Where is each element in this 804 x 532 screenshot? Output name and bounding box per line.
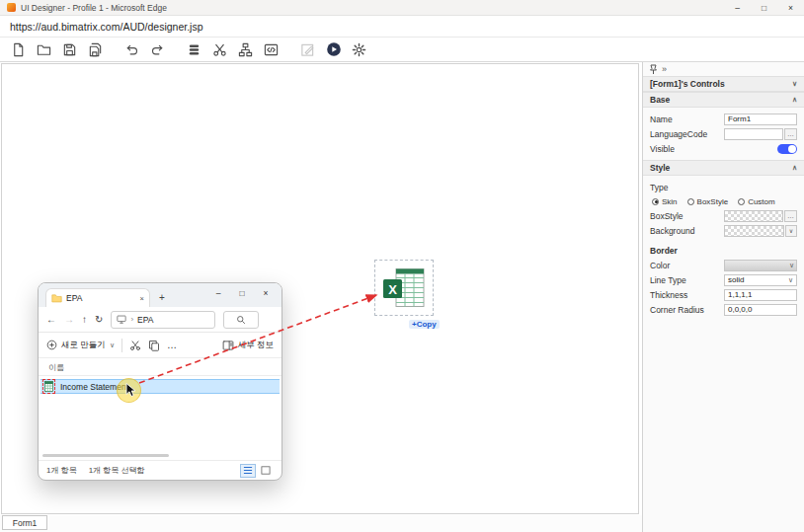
- hierarchy-button[interactable]: [235, 39, 256, 59]
- app-favicon: [7, 3, 16, 12]
- radio-custom[interactable]: Custom: [738, 197, 775, 206]
- command-separator: [121, 339, 122, 352]
- file-row-income-statement[interactable]: Income Statement: [40, 379, 280, 394]
- name-label: Name: [650, 114, 724, 124]
- thickness-input[interactable]: 1,1,1,1: [724, 289, 797, 301]
- line-type-select[interactable]: solid ∨: [724, 274, 797, 286]
- edit-pencil-icon: [300, 42, 315, 57]
- back-icon[interactable]: ←: [46, 314, 56, 325]
- new-item-label: 새로 만들기: [61, 340, 106, 351]
- copy-button[interactable]: [148, 340, 160, 351]
- border-thickness-row: Thickness 1,1,1,1: [643, 287, 804, 302]
- designer-toolbar: [0, 38, 804, 62]
- open-button[interactable]: [34, 39, 54, 59]
- boxstyle-label: BoxStyle: [650, 211, 724, 221]
- new-item-button[interactable]: 새로 만들기 ∨: [46, 340, 115, 351]
- new-file-button[interactable]: [8, 39, 29, 59]
- chevron-up-icon: ∧: [792, 96, 797, 104]
- border-color-label: Color: [650, 261, 724, 270]
- breadcrumb-path[interactable]: EPA: [137, 315, 153, 325]
- form1-tab[interactable]: Form1: [2, 515, 47, 530]
- forward-icon[interactable]: →: [64, 314, 74, 325]
- horizontal-scrollbar[interactable]: [42, 454, 169, 457]
- redo-button[interactable]: [147, 39, 168, 59]
- minimize-button[interactable]: –: [724, 0, 751, 16]
- controls-header-label: [Form1]'s Controls: [650, 79, 725, 89]
- window-controls: – □ ×: [724, 0, 804, 16]
- background-dropdown-button[interactable]: ∨: [785, 225, 797, 237]
- address-bar[interactable]: https://aud.bimatrix.com/AUD/designer.js…: [0, 16, 804, 38]
- border-color-row: Color ∨: [643, 258, 804, 272]
- up-icon[interactable]: ↑: [82, 314, 87, 325]
- boxstyle-input[interactable]: [724, 210, 783, 222]
- section-style-header[interactable]: Style ∧: [643, 160, 804, 176]
- name-column-header: 이름: [48, 362, 64, 373]
- explorer-search-box[interactable]: [223, 311, 259, 329]
- dataset-layers-icon: [187, 42, 201, 57]
- settings-button[interactable]: [349, 39, 369, 59]
- cut-button[interactable]: [129, 340, 141, 351]
- explorer-maximize-button[interactable]: □: [230, 285, 254, 301]
- cut-button[interactable]: [209, 39, 230, 59]
- file-explorer-window: EPA × + – □ × ← → ↑ ↻ › EPA: [38, 282, 282, 481]
- dataset-button[interactable]: [184, 39, 204, 59]
- border-color-dropdown[interactable]: ∨: [724, 260, 797, 271]
- boxstyle-row: BoxStyle …: [643, 208, 804, 223]
- section-base-header[interactable]: Base ∧: [643, 92, 804, 108]
- save-button[interactable]: [59, 39, 80, 59]
- list-view-button[interactable]: [240, 464, 256, 478]
- pin-icon[interactable]: [649, 64, 658, 75]
- radio-custom-label: Custom: [748, 197, 775, 206]
- list-view-icon: [243, 466, 253, 475]
- controls-header[interactable]: [Form1]'s Controls ∨: [643, 76, 804, 92]
- explorer-minimize-button[interactable]: –: [206, 285, 230, 301]
- collapse-panel-icon[interactable]: »: [662, 64, 667, 74]
- chevron-down-icon: ∨: [792, 80, 797, 88]
- corner-radius-input[interactable]: 0,0,0,0: [724, 304, 797, 316]
- refresh-icon[interactable]: ↻: [95, 314, 103, 325]
- redo-icon: [150, 42, 165, 57]
- column-header-row[interactable]: 이름: [39, 358, 281, 376]
- item-count: 1개 항목: [46, 465, 77, 476]
- language-code-input[interactable]: [724, 128, 783, 140]
- window-title: UI Designer - Profile 1 - Microsoft Edge: [21, 3, 167, 13]
- run-button[interactable]: [323, 39, 344, 59]
- language-code-picker-button[interactable]: …: [784, 128, 797, 140]
- undo-button[interactable]: [121, 39, 142, 59]
- explorer-tab-bar: EPA × + – □ ×: [39, 283, 281, 307]
- close-button[interactable]: ×: [777, 0, 804, 16]
- background-input[interactable]: [724, 225, 784, 237]
- thickness-label: Thickness: [650, 290, 724, 300]
- name-input[interactable]: Form1: [724, 114, 797, 125]
- new-tab-button[interactable]: +: [154, 289, 170, 305]
- explorer-address-bar[interactable]: › EPA: [111, 311, 215, 329]
- visible-toggle[interactable]: [777, 144, 797, 154]
- save-all-button[interactable]: [85, 39, 106, 59]
- field-visible-row: Visible: [643, 141, 804, 156]
- section-border-label: Border: [643, 243, 804, 258]
- explorer-tab[interactable]: EPA ×: [45, 288, 150, 307]
- explorer-close-button[interactable]: ×: [254, 285, 278, 301]
- radio-boxstyle[interactable]: BoxStyle: [687, 197, 729, 206]
- radio-skin[interactable]: Skin: [652, 197, 678, 206]
- section-base-label: Base: [650, 95, 670, 105]
- details-button[interactable]: 세부 정보: [222, 340, 274, 351]
- edit-button[interactable]: [297, 39, 318, 59]
- open-folder-icon: [37, 42, 51, 57]
- pane-view-icon: [261, 466, 271, 475]
- type-radio-row: Skin BoxStyle Custom: [643, 194, 804, 208]
- tab-close-icon[interactable]: ×: [140, 294, 144, 303]
- panel-pin-row: »: [643, 62, 804, 76]
- background-label: Background: [650, 226, 724, 236]
- source-code-button[interactable]: [261, 39, 281, 59]
- chevron-up-icon: ∧: [792, 164, 797, 172]
- border-corner-row: Corner Radius 0,0,0,0: [643, 302, 804, 317]
- explorer-tab-title: EPA: [66, 293, 136, 303]
- selected-count: 1개 항목 선택함: [89, 465, 145, 476]
- more-options-button[interactable]: …: [167, 340, 178, 350]
- maximize-button[interactable]: □: [751, 0, 777, 16]
- properties-panel: » [Form1]'s Controls ∨ Base ∧ Name Form1…: [642, 62, 804, 532]
- boxstyle-picker-button[interactable]: …: [784, 210, 797, 222]
- pane-view-button[interactable]: [258, 464, 274, 478]
- copy-icon: [148, 340, 160, 351]
